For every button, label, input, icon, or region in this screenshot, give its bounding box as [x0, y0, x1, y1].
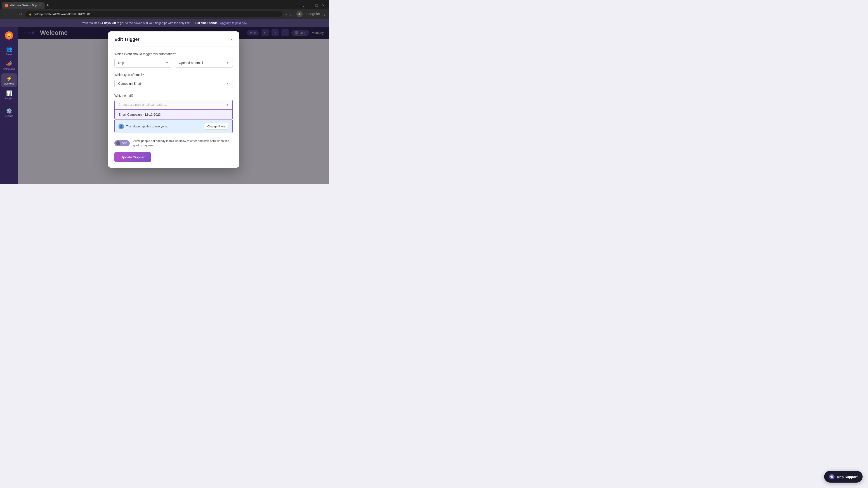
modal-title: Edit Trigger [114, 37, 140, 42]
tabs-icon[interactable]: ⌄ [302, 4, 305, 7]
window-controls: ⌄ — ❐ ✕ [302, 4, 327, 7]
close-window-button[interactable]: ✕ [322, 4, 324, 7]
main-content: ← Back Welcome to: 0 ↩ ↪ ··· OFF Moodjoy… [18, 27, 329, 184]
email-placeholder: Choose a single email campaign... [119, 103, 167, 106]
new-tab-button[interactable]: + [44, 3, 51, 8]
email-type-section: Which type of email? Campaign Email ▼ [114, 73, 233, 88]
goal-toggle-label: OFF [122, 142, 127, 145]
upgrade-link[interactable]: Upgrade to paid now [220, 21, 247, 25]
campaigns-icon: 📣 [6, 61, 12, 67]
settings-icon: ⚙️ [6, 108, 12, 114]
modal-close-button[interactable]: × [230, 37, 233, 42]
sidebar-people-label: People [5, 53, 12, 56]
email-type-label: Campaign Email [118, 82, 142, 86]
incognito-label: Incognito [305, 12, 320, 16]
tab-title: Welcome Series · Drip [10, 4, 37, 7]
trial-limit: 100 email sends [195, 21, 218, 25]
goal-toggle-switch[interactable]: OFF [114, 140, 130, 146]
browser-actions: ☆ ⬚ 🕵 Incognito ⋮ [284, 11, 327, 17]
sidebar-item-analytics[interactable]: 📊 Analytics [1, 88, 17, 102]
goal-toggle-row: OFF Allow people not already in this wor… [114, 139, 233, 148]
filter-row: 👤 This trigger applies to everyone. Chan… [114, 120, 233, 133]
trigger-event-section: Which event should trigger this automati… [114, 52, 233, 68]
browser-tab[interactable]: D Welcome Series · Drip ✕ [2, 2, 44, 8]
edit-trigger-modal: Edit Trigger × Which event should trigge… [108, 31, 239, 168]
back-nav-button[interactable]: ← [3, 11, 8, 17]
app-layout: 😊 👥 People 📣 Campaigns ⚡ Workflows 📊 Ana… [0, 27, 329, 184]
minimize-button[interactable]: — [309, 4, 312, 7]
sidebar-campaigns-label: Campaigns [3, 68, 15, 70]
event-chevron-icon: ▼ [226, 61, 229, 64]
address-bar[interactable]: 🔒 getdrip.com/7641396/workflows/51612156… [25, 11, 282, 17]
incognito-icon: 🕵 [298, 13, 301, 15]
which-email-label: Which email? [114, 94, 233, 97]
browser-menu-icon[interactable]: ⋮ [323, 12, 327, 16]
trial-text-before: Your trial has [82, 21, 100, 25]
sidebar-item-people[interactable]: 👥 People [1, 44, 17, 58]
update-trigger-button[interactable]: Update Trigger [114, 152, 151, 162]
email-dropdown-container: Choose a single email campaign... ▲ Emai… [114, 100, 233, 133]
ssl-lock-icon: 🔒 [29, 13, 32, 15]
browser-toolbar: ← → ↻ 🔒 getdrip.com/7641396/workflows/51… [0, 9, 329, 19]
sidebar-item-settings[interactable]: ⚙️ Settings [1, 106, 17, 120]
email-type-question-label: Which type of email? [114, 73, 233, 76]
provider-select[interactable]: Drip ▼ [114, 58, 172, 68]
email-select-section: Which email? Choose a single email campa… [114, 94, 233, 133]
sidebar-settings-label: Settings [5, 115, 13, 117]
sidebar-workflows-label: Workflows [4, 83, 14, 85]
maximize-button[interactable]: ❐ [315, 4, 318, 7]
email-chevron-up-icon: ▲ [226, 103, 229, 106]
email-type-chevron-icon: ▼ [226, 82, 229, 85]
email-dropdown-item[interactable]: Email Campaign - 12-12-2023 [115, 109, 232, 120]
event-label: Opened an email [179, 61, 203, 65]
sidebar-analytics-label: Analytics [4, 97, 13, 100]
change-filters-button[interactable]: Change filters [204, 123, 229, 130]
workflows-icon: ⚡ [6, 76, 12, 82]
reload-button[interactable]: ↻ [18, 11, 23, 17]
favicon-icon: D [5, 4, 8, 7]
sidebar: 😊 👥 People 📣 Campaigns ⚡ Workflows 📊 Ana… [0, 27, 18, 184]
modal-header: Edit Trigger × [108, 31, 239, 47]
filter-row-left: 👤 This trigger applies to everyone. [119, 124, 168, 129]
drip-logo-icon: 😊 [5, 31, 13, 39]
email-type-select[interactable]: Campaign Email ▼ [114, 79, 233, 88]
provider-label: Drip [118, 61, 124, 65]
modal-overlay: Edit Trigger × Which event should trigge… [18, 27, 329, 184]
goal-toggle-dot-icon [116, 141, 120, 145]
filter-text: This trigger applies to everyone. [126, 125, 168, 128]
trial-banner: Your trial has 14 days left to go. All t… [0, 19, 329, 27]
email-dropdown-list: Email Campaign - 12-12-2023 [114, 109, 233, 120]
trial-text-middle: to go. All the power is at your fingerti… [117, 21, 195, 25]
forward-nav-button[interactable]: → [10, 11, 16, 17]
event-select[interactable]: Opened an email ▼ [175, 58, 233, 68]
browser-chrome: D Welcome Series · Drip ✕ + ⌄ — ❐ ✕ ← → … [0, 0, 329, 19]
sidebar-divider [3, 104, 15, 104]
incognito-avatar: 🕵 [296, 11, 303, 17]
extension-puzzle-icon[interactable]: ⬚ [290, 12, 293, 16]
trial-period: . [218, 21, 220, 25]
email-search-input[interactable]: Choose a single email campaign... ▲ [114, 100, 233, 109]
modal-body: Which event should trigger this automati… [108, 47, 239, 168]
url-text: getdrip.com/7641396/workflows/516121561 [34, 12, 91, 16]
goal-toggle-description: Allow people not already in this workflo… [133, 139, 233, 148]
tab-bar: D Welcome Series · Drip ✕ + ⌄ — ❐ ✕ [0, 0, 329, 9]
tab-close-button[interactable]: ✕ [39, 4, 41, 7]
provider-chevron-icon: ▼ [166, 61, 168, 64]
sidebar-item-workflows[interactable]: ⚡ Workflows [1, 73, 17, 87]
people-icon: 👥 [6, 46, 12, 52]
trial-days: 14 days left [100, 21, 116, 25]
sidebar-logo: 😊 [4, 31, 14, 40]
person-filter-icon: 👤 [119, 124, 124, 129]
analytics-icon: 📊 [6, 90, 12, 96]
sidebar-item-campaigns[interactable]: 📣 Campaigns [1, 59, 17, 72]
bookmark-star-icon[interactable]: ☆ [284, 12, 287, 16]
event-select-row: Drip ▼ Opened an email ▼ [114, 58, 233, 68]
event-question-label: Which event should trigger this automati… [114, 52, 233, 56]
